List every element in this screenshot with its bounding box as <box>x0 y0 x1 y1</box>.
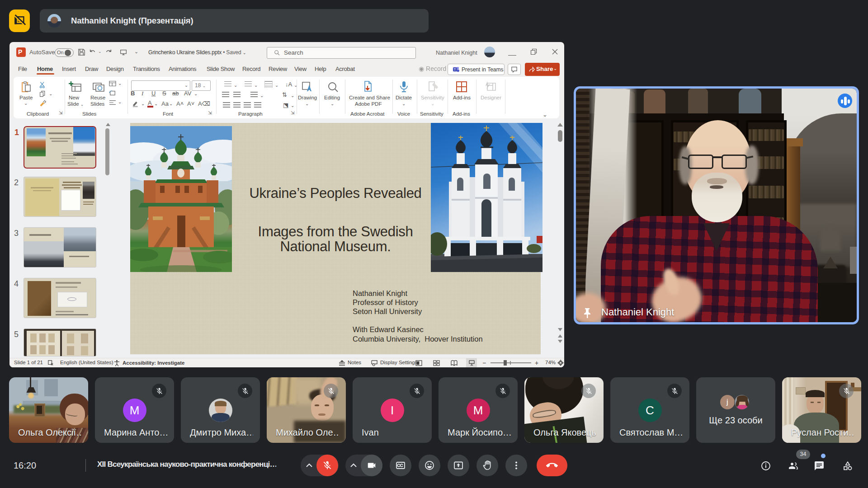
svg-text:T: T <box>454 67 456 71</box>
